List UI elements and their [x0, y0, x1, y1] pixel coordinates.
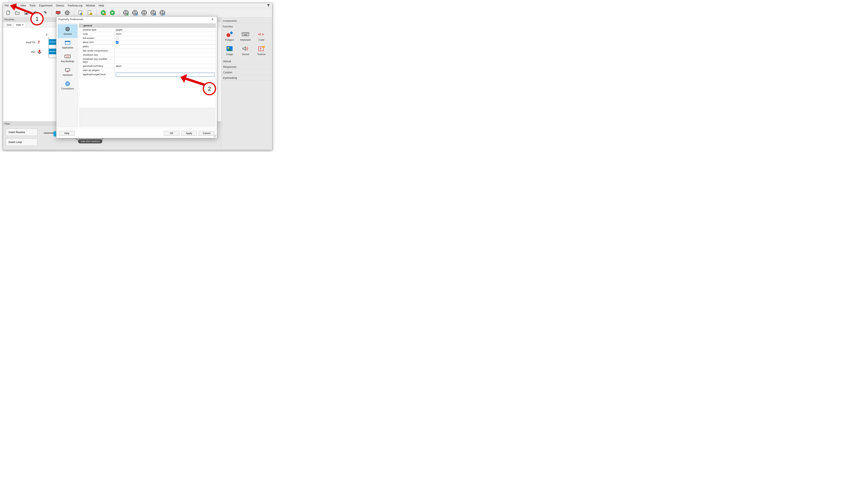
prefs-row-label: units — [79, 32, 115, 36]
svg-text:i: i — [155, 14, 155, 16]
svg-rect-84 — [65, 55, 70, 58]
menu-help[interactable]: Help — [99, 4, 104, 7]
experiment-settings-icon[interactable] — [64, 10, 70, 16]
pavlovia-user-icon[interactable] — [159, 10, 166, 16]
prefs-row-value[interactable]: pyglet — [115, 28, 216, 32]
svg-rect-83 — [65, 41, 70, 42]
image-component[interactable]: Image — [224, 45, 236, 56]
textbox-component[interactable]: TBetaTextbox — [255, 45, 268, 56]
prefs-row[interactable]: flac audio compression — [79, 49, 216, 53]
run-icon[interactable] — [109, 10, 116, 16]
pavlovia-globe-icon[interactable] — [141, 10, 147, 16]
menu-file[interactable]: File — [4, 4, 9, 7]
apply-button[interactable]: Apply — [181, 131, 197, 136]
prefs-cat-general[interactable]: General — [58, 24, 78, 38]
svg-text:</ >: </ > — [258, 32, 264, 36]
close-icon[interactable]: ✕ — [22, 23, 24, 26]
prefs-row-value[interactable] — [115, 49, 216, 53]
prefs-row[interactable]: shutdown key modifier keys — [79, 57, 216, 64]
help-button[interactable]: Help — [59, 131, 75, 136]
svg-line-15 — [65, 14, 66, 14]
prefs-checkbox[interactable] — [116, 37, 118, 40]
insert-routine-button[interactable]: Insert Routine — [6, 129, 38, 136]
filter-icon[interactable] — [267, 4, 270, 7]
prefs-row[interactable]: paths — [79, 44, 216, 49]
prefs-row-value[interactable] — [115, 44, 216, 49]
svg-line-81 — [66, 30, 66, 31]
menu-experiment[interactable]: Experiment — [39, 4, 52, 7]
menu-demos[interactable]: Demos — [56, 4, 64, 7]
svg-marker-98 — [10, 3, 34, 15]
polygon-component[interactable]: Polygon — [224, 31, 236, 41]
prefs-row[interactable]: unitsnorm — [79, 32, 216, 36]
track-label: instrTxt — [18, 41, 35, 44]
prefs-row-value[interactable]: norm — [115, 32, 216, 36]
track-mic[interactable]: mic — [18, 48, 42, 55]
compile-js-icon[interactable]: JS — [86, 10, 93, 16]
cancel-button[interactable]: Cancel — [199, 131, 214, 136]
resize-grip[interactable] — [214, 135, 216, 137]
svg-line-78 — [66, 27, 66, 28]
svg-rect-55 — [242, 32, 249, 36]
prefs-cat-keybindings[interactable]: Key Bindings — [58, 52, 78, 65]
prefs-row-label: appKeyGoogleCloud — [79, 72, 115, 77]
svg-rect-85 — [65, 55, 66, 56]
sound-component[interactable]: Sound — [239, 45, 251, 56]
keyboard-component[interactable]: Keyboard — [239, 31, 251, 41]
prefs-row[interactable]: full-screen — [79, 36, 216, 40]
pilot-run-icon[interactable] — [100, 10, 106, 16]
prefs-row-value[interactable] — [115, 36, 216, 40]
annotation-marker-1: 1 — [30, 12, 44, 25]
menu-window[interactable]: Window — [86, 4, 95, 7]
prefs-row-label: full-screen — [79, 36, 115, 40]
monitor-center-icon[interactable] — [55, 10, 61, 16]
prefs-cat-connections[interactable]: Connections — [58, 79, 78, 93]
svg-point-53 — [227, 33, 230, 37]
dialog-close-button[interactable]: ✕ — [210, 17, 215, 21]
svg-rect-86 — [66, 55, 66, 56]
prefs-row-value[interactable]: abort — [115, 64, 216, 68]
prefs-row[interactable]: window typepyglet — [79, 28, 216, 32]
collapse-icon[interactable]: − — [80, 24, 82, 27]
pavlovia-sync-icon[interactable] — [123, 10, 129, 16]
prefs-row-label: window type — [79, 28, 115, 32]
prefs-checkbox[interactable] — [116, 41, 118, 44]
prefs-row-label: shutdown key modifier keys — [79, 57, 115, 64]
insert-loop-button[interactable]: Insert Loop — [6, 139, 38, 146]
toolbar-separator — [96, 10, 97, 16]
svg-line-13 — [68, 14, 69, 14]
prefs-row-value[interactable] — [115, 57, 216, 64]
category-stimuli[interactable]: Stimuli — [222, 59, 271, 64]
prefs-cat-application[interactable]: Application — [58, 38, 78, 52]
menu-pavlovia[interactable]: Pavlovia.org — [68, 4, 82, 7]
category-eyetracking[interactable]: Eyetracking — [222, 75, 271, 81]
window-icon — [58, 40, 77, 45]
category-responses[interactable]: Responses — [222, 64, 271, 70]
category-custom[interactable]: Custom — [222, 70, 271, 75]
prefs-row-value[interactable] — [115, 40, 216, 44]
monitor-icon — [58, 67, 77, 73]
prefs-group-general[interactable]: − general — [79, 23, 216, 28]
pavlovia-search-icon[interactable] — [132, 10, 138, 16]
svg-text:JS: JS — [90, 13, 92, 15]
track-instrtxt[interactable]: instrTxt T — [18, 38, 42, 46]
svg-marker-52 — [267, 4, 270, 7]
svg-point-73 — [67, 29, 68, 30]
compile-python-icon[interactable] — [78, 10, 84, 16]
prefs-row[interactable]: start up plugins — [79, 68, 216, 72]
mic-icon — [37, 49, 42, 54]
flow-loop-label[interactable]: trials (5x3 random) — [78, 139, 102, 143]
prefs-row[interactable]: allow GUI — [79, 40, 216, 44]
code-component[interactable]: </ >Code — [255, 31, 268, 41]
tab-instr[interactable]: instr — [4, 23, 14, 27]
prefs-row-value[interactable] — [115, 68, 216, 72]
prefs-row-value[interactable] — [115, 53, 216, 57]
pavlovia-info-icon[interactable]: i — [150, 10, 156, 16]
menubar: File Edit View Tools Experiment Demos Pa… — [3, 3, 272, 8]
svg-line-79 — [69, 30, 69, 31]
prefs-cat-hardware[interactable]: Hardware — [58, 65, 78, 79]
tab-trial[interactable]: trial✕ — [14, 22, 27, 27]
ok-button[interactable]: OK — [164, 131, 179, 136]
prefs-row[interactable]: shutdown key — [79, 53, 216, 57]
prefs-row[interactable]: gammaErrorPolicyabort — [79, 64, 216, 68]
